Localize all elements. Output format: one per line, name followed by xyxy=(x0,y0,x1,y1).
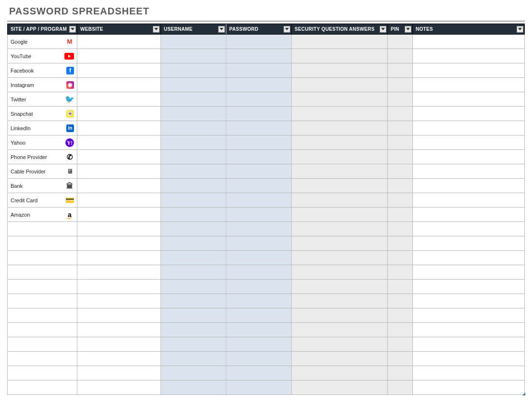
cell-site[interactable]: Snapchat👻 xyxy=(8,107,77,121)
cell-security[interactable] xyxy=(292,337,388,352)
cell-security[interactable] xyxy=(292,265,388,280)
cell-username[interactable] xyxy=(161,366,226,380)
cell-username[interactable] xyxy=(161,380,226,395)
cell-site[interactable]: Cable Provider🖥 xyxy=(8,164,77,179)
cell-notes[interactable] xyxy=(413,179,525,193)
cell-website[interactable] xyxy=(77,164,161,179)
col-header-password[interactable]: PASSWORD xyxy=(226,24,292,35)
cell-notes[interactable] xyxy=(413,308,525,323)
cell-pin[interactable] xyxy=(388,366,413,380)
cell-website[interactable] xyxy=(77,193,161,208)
cell-site[interactable]: Phone Provider✆ xyxy=(8,150,77,164)
cell-site[interactable] xyxy=(8,222,77,236)
cell-security[interactable] xyxy=(292,352,388,366)
cell-pin[interactable] xyxy=(388,236,413,251)
cell-site[interactable]: Credit Card💳 xyxy=(8,193,77,208)
cell-site[interactable] xyxy=(8,280,77,294)
cell-username[interactable] xyxy=(161,179,226,193)
cell-site[interactable]: LinkedInin xyxy=(8,121,77,135)
cell-password[interactable] xyxy=(226,280,292,294)
cell-website[interactable] xyxy=(77,251,161,265)
cell-username[interactable] xyxy=(161,352,226,366)
filter-dropdown-icon[interactable] xyxy=(405,26,411,33)
cell-website[interactable] xyxy=(77,337,161,352)
filter-dropdown-icon[interactable] xyxy=(284,26,290,33)
cell-website[interactable] xyxy=(77,63,161,78)
cell-notes[interactable] xyxy=(413,208,525,222)
cell-pin[interactable] xyxy=(388,265,413,280)
cell-password[interactable] xyxy=(226,107,292,121)
cell-notes[interactable] xyxy=(413,236,525,251)
cell-website[interactable] xyxy=(77,352,161,366)
cell-password[interactable] xyxy=(226,49,292,63)
cell-site[interactable] xyxy=(8,323,77,337)
cell-username[interactable] xyxy=(161,193,226,208)
cell-security[interactable] xyxy=(292,150,388,164)
cell-pin[interactable] xyxy=(388,92,413,107)
cell-site[interactable]: Instagram◉ xyxy=(8,78,77,92)
cell-username[interactable] xyxy=(161,35,226,49)
cell-password[interactable] xyxy=(226,294,292,308)
cell-password[interactable] xyxy=(226,193,292,208)
cell-pin[interactable] xyxy=(388,150,413,164)
cell-site[interactable]: Twitter🐦 xyxy=(8,92,77,107)
cell-username[interactable] xyxy=(161,164,226,179)
cell-notes[interactable] xyxy=(413,63,525,78)
cell-website[interactable] xyxy=(77,265,161,280)
cell-security[interactable] xyxy=(292,164,388,179)
cell-password[interactable] xyxy=(226,265,292,280)
cell-password[interactable] xyxy=(226,323,292,337)
cell-pin[interactable] xyxy=(388,107,413,121)
cell-password[interactable] xyxy=(226,222,292,236)
cell-website[interactable] xyxy=(77,49,161,63)
cell-security[interactable] xyxy=(292,323,388,337)
cell-notes[interactable] xyxy=(413,107,525,121)
cell-website[interactable] xyxy=(77,294,161,308)
cell-pin[interactable] xyxy=(388,63,413,78)
cell-notes[interactable] xyxy=(413,380,525,395)
col-header-pin[interactable]: PIN xyxy=(388,24,413,35)
cell-notes[interactable] xyxy=(413,92,525,107)
cell-pin[interactable] xyxy=(388,164,413,179)
cell-pin[interactable] xyxy=(388,323,413,337)
cell-pin[interactable] xyxy=(388,380,413,395)
cell-password[interactable] xyxy=(226,208,292,222)
resize-handle-icon[interactable] xyxy=(522,393,525,395)
cell-password[interactable] xyxy=(226,380,292,395)
cell-security[interactable] xyxy=(292,308,388,323)
cell-pin[interactable] xyxy=(388,135,413,150)
cell-website[interactable] xyxy=(77,135,161,150)
cell-password[interactable] xyxy=(226,92,292,107)
cell-website[interactable] xyxy=(77,366,161,380)
filter-dropdown-icon[interactable] xyxy=(218,26,225,33)
cell-username[interactable] xyxy=(161,236,226,251)
cell-pin[interactable] xyxy=(388,193,413,208)
cell-website[interactable] xyxy=(77,92,161,107)
cell-site[interactable] xyxy=(8,380,77,395)
cell-username[interactable] xyxy=(161,222,226,236)
cell-security[interactable] xyxy=(292,63,388,78)
cell-password[interactable] xyxy=(226,308,292,323)
cell-username[interactable] xyxy=(161,63,226,78)
col-header-security[interactable]: SECURITY QUESTION ANSWERS xyxy=(292,24,388,35)
cell-security[interactable] xyxy=(292,380,388,395)
cell-security[interactable] xyxy=(292,35,388,49)
cell-security[interactable] xyxy=(292,135,388,150)
cell-website[interactable] xyxy=(77,280,161,294)
cell-website[interactable] xyxy=(77,208,161,222)
cell-username[interactable] xyxy=(161,150,226,164)
cell-notes[interactable] xyxy=(413,49,525,63)
cell-password[interactable] xyxy=(226,164,292,179)
cell-site[interactable]: YouTube xyxy=(8,49,77,63)
cell-website[interactable] xyxy=(77,150,161,164)
cell-security[interactable] xyxy=(292,280,388,294)
cell-notes[interactable] xyxy=(413,251,525,265)
col-header-username[interactable]: USERNAME xyxy=(161,24,226,35)
cell-pin[interactable] xyxy=(388,280,413,294)
cell-password[interactable] xyxy=(226,366,292,380)
cell-username[interactable] xyxy=(161,121,226,135)
cell-pin[interactable] xyxy=(388,222,413,236)
cell-security[interactable] xyxy=(292,193,388,208)
cell-pin[interactable] xyxy=(388,35,413,49)
cell-website[interactable] xyxy=(77,236,161,251)
